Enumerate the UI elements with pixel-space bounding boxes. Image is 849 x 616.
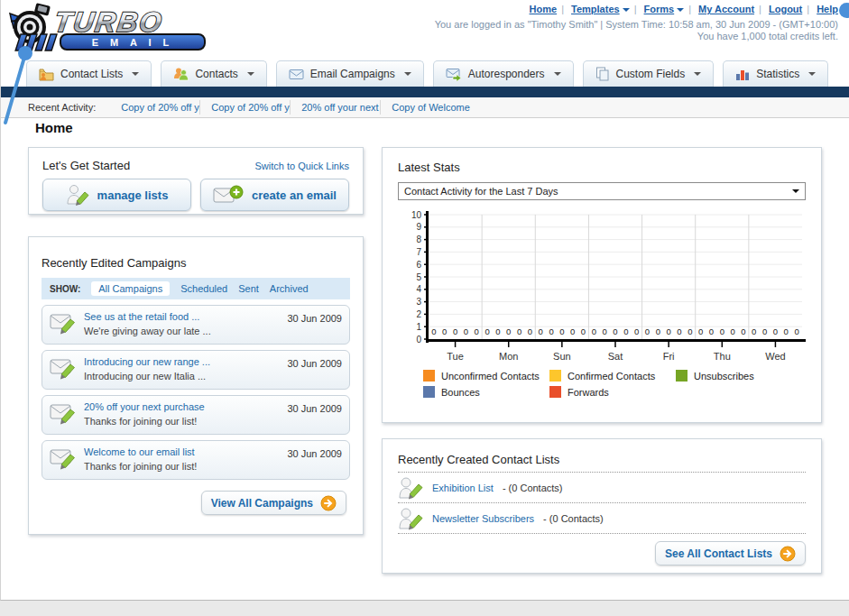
legend-item: Unsubscribes: [676, 370, 802, 382]
page-title: Home: [35, 120, 73, 135]
data-label: 0: [720, 326, 724, 336]
tab-contact-lists[interactable]: Contact Lists: [26, 60, 152, 87]
campaign-subtitle: Thanks for joining our list!: [84, 461, 197, 472]
data-label: 0: [741, 326, 745, 336]
legend-item: Forwards: [549, 386, 676, 398]
link-templates[interactable]: Templates: [571, 4, 620, 14]
y-tick-label: 3: [416, 297, 421, 307]
data-label: 0: [666, 326, 670, 336]
filter-archived[interactable]: Archived: [270, 283, 309, 294]
tab-email-campaigns[interactable]: Email Campaigns: [276, 60, 424, 87]
custom-fields-icon: [595, 67, 610, 81]
recent-activity-item[interactable]: Copy of Welcome tc: [381, 100, 471, 115]
data-label: 0: [453, 326, 457, 336]
campaign-title-link[interactable]: 20% off your next purchase: [84, 401, 287, 412]
data-label: 0: [528, 326, 532, 336]
data-label: 0: [517, 326, 521, 336]
legend-label: Unconfirmed Contacts: [441, 371, 540, 382]
legend-swatch: [423, 386, 435, 398]
contact-list-row[interactable]: Exhibition List - (0 Contacts): [398, 473, 806, 503]
y-tick-label: 7: [416, 247, 421, 257]
person-pencil-icon: [398, 506, 423, 531]
data-label: 0: [752, 326, 756, 336]
filter-all-campaigns[interactable]: All Campaigns: [91, 281, 170, 296]
data-label: 0: [613, 326, 617, 336]
x-tick-label: Mon: [499, 351, 518, 362]
x-tick-label: Thu: [714, 351, 731, 362]
tab-autoresponders[interactable]: Autoresponders: [433, 60, 574, 87]
recent-activity-item[interactable]: Copy of 20% off yc: [110, 100, 200, 115]
campaign-title-link[interactable]: See us at the retail food ...: [84, 311, 287, 322]
contact-list-link[interactable]: Exhibition List: [432, 483, 494, 493]
main-navigation: Contact Lists Contacts Email Campaigns: [26, 60, 828, 87]
link-forms[interactable]: Forms: [644, 4, 675, 14]
chevron-down-icon: [808, 72, 816, 76]
link-my-account[interactable]: My Account: [698, 4, 754, 14]
contact-list-count: - (0 Contacts): [543, 513, 604, 524]
y-tick-label: 0: [416, 335, 421, 345]
filter-scheduled[interactable]: Scheduled: [180, 283, 227, 294]
create-email-button[interactable]: create an email: [200, 179, 349, 211]
stats-period-select[interactable]: Contact Activity for the Last 7 Days: [398, 182, 806, 200]
login-info: You are logged in as "Timothy Smith" | S…: [435, 19, 838, 30]
manage-lists-button[interactable]: manage lists: [42, 179, 191, 211]
envelope-pencil-icon: [50, 356, 78, 381]
credits-info: You have 1,000 total credits left.: [697, 31, 838, 41]
legend-item: Confirmed Contacts: [549, 370, 676, 382]
data-label: 0: [506, 326, 511, 336]
link-logout[interactable]: Logout: [769, 4, 802, 14]
contact-list-count: - (0 Contacts): [503, 483, 563, 493]
get-started-title: Let's Get Started: [42, 159, 130, 172]
campaign-row[interactable]: Introducing our new range ... Introducin…: [42, 350, 350, 390]
data-label: 0: [495, 326, 500, 336]
get-started-panel: Let's Get Started Switch to Quick Links …: [28, 147, 364, 215]
campaign-title-link[interactable]: Welcome to our email list: [84, 446, 287, 457]
switch-quick-links[interactable]: Switch to Quick Links: [254, 161, 349, 171]
see-all-contact-lists-button[interactable]: See All Contact Lists: [655, 541, 806, 565]
campaign-title-link[interactable]: Introducing our new range ...: [84, 356, 287, 367]
campaign-row[interactable]: See us at the retail food ... We're givi…: [42, 305, 350, 345]
tab-label: Autoresponders: [468, 68, 545, 80]
tab-custom-fields[interactable]: Custom Fields: [583, 60, 715, 87]
contact-list-link[interactable]: Newsletter Subscribers: [432, 513, 534, 524]
view-all-campaigns-label: View All Campaigns: [211, 497, 313, 510]
data-label: 0: [762, 326, 767, 336]
data-label: 0: [645, 326, 650, 336]
campaigns-filter-strip: SHOW: All Campaigns Scheduled Sent Archi…: [42, 278, 350, 299]
link-home[interactable]: Home: [530, 4, 558, 14]
logo-email-banner: E M A I L: [60, 34, 205, 50]
show-label: SHOW:: [50, 284, 80, 294]
forms-caret-icon: [677, 8, 684, 12]
page-background: TURBO E M A I L Home| Templates| Forms| …: [0, 0, 849, 601]
x-axis: [426, 339, 806, 342]
recent-activity-item[interactable]: Copy of 20% off yc: [200, 100, 291, 115]
recent-activity-item[interactable]: 20% off your next p: [291, 100, 381, 115]
filter-sent[interactable]: Sent: [238, 283, 259, 294]
data-label: 0: [698, 326, 703, 336]
data-label: 0: [730, 326, 734, 336]
envelope-plus-icon: [213, 184, 244, 206]
x-tick-label: Fri: [663, 351, 675, 362]
envelope-pencil-icon: [50, 446, 78, 471]
campaign-row[interactable]: 20% off your next purchase Thanks for jo…: [42, 395, 350, 435]
tab-statistics[interactable]: Statistics: [723, 60, 828, 87]
data-label: 0: [688, 326, 692, 336]
data-label: 0: [475, 326, 479, 336]
chevron-down-icon: [132, 72, 139, 76]
tab-label: Statistics: [756, 68, 799, 80]
autoresponders-icon: [446, 68, 462, 81]
campaign-row[interactable]: Welcome to our email list Thanks for joi…: [42, 440, 350, 480]
contact-lists-icon: [39, 68, 54, 81]
tab-contacts[interactable]: Contacts: [161, 60, 266, 87]
data-label: 0: [539, 326, 543, 336]
data-label: 0: [549, 326, 553, 336]
y-tick-label: 5: [416, 272, 421, 282]
chevron-down-icon: [694, 72, 701, 76]
view-all-campaigns-button[interactable]: View All Campaigns: [201, 491, 346, 515]
recent-campaigns-title: Recently Edited Campaigns: [42, 256, 350, 270]
link-help[interactable]: Help: [817, 4, 838, 14]
campaign-date: 30 Jun 2009: [287, 403, 342, 414]
contact-list-row[interactable]: Newsletter Subscribers - (0 Contacts): [398, 503, 806, 534]
campaign-subtitle: Introducing our new Italia ...: [84, 371, 206, 382]
data-label: 0: [442, 326, 447, 336]
